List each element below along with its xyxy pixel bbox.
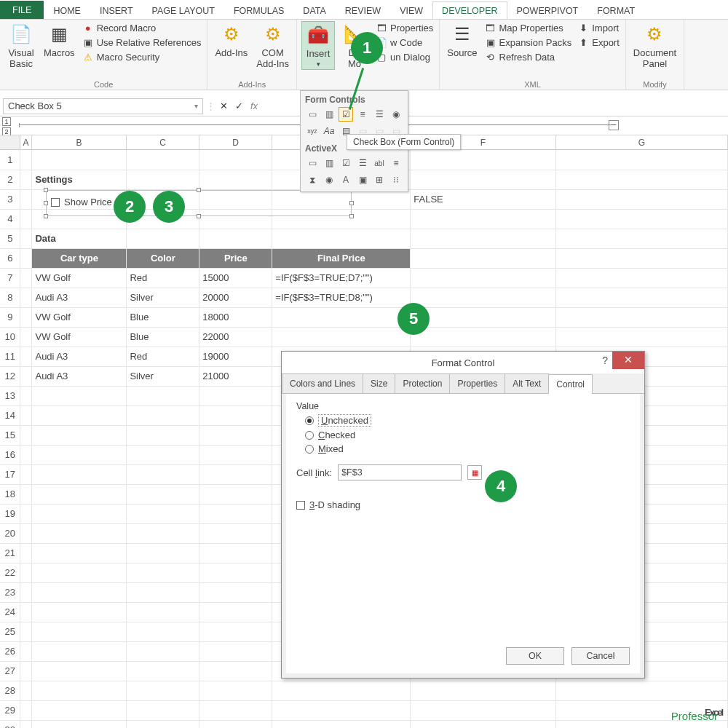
range-picker-icon[interactable]: ▦ <box>467 465 482 480</box>
cell[interactable] <box>556 229 728 248</box>
cell[interactable] <box>20 366 32 386</box>
checkbox-icon[interactable] <box>51 198 60 207</box>
cell[interactable] <box>20 248 32 268</box>
cell[interactable] <box>199 661 272 681</box>
cell[interactable]: Red <box>127 347 199 366</box>
cell[interactable] <box>199 484 272 504</box>
select-all[interactable] <box>0 135 20 150</box>
ax-spin-icon[interactable]: ⧗ <box>305 173 320 187</box>
cell[interactable] <box>127 425 199 445</box>
ax-label-icon[interactable]: A <box>339 173 353 187</box>
combo-control-icon[interactable]: ▥ <box>322 107 336 122</box>
fx-icon[interactable]: fx <box>250 100 258 111</box>
row-header[interactable]: 21 <box>0 543 20 563</box>
outline-collapse[interactable]: − <box>609 120 619 130</box>
tab-formulas[interactable]: FORMULAS <box>224 1 293 19</box>
cell[interactable] <box>556 681 728 700</box>
cell[interactable] <box>127 641 199 661</box>
ax-scroll-icon[interactable]: ≡ <box>389 156 403 170</box>
tab-review[interactable]: REVIEW <box>336 1 390 19</box>
cell[interactable] <box>199 229 272 248</box>
cell[interactable] <box>127 484 199 504</box>
cell[interactable] <box>556 248 728 268</box>
cell[interactable] <box>556 209 728 229</box>
cell[interactable] <box>20 563 32 582</box>
cell[interactable] <box>32 543 127 563</box>
cell[interactable] <box>127 681 199 700</box>
cell[interactable] <box>199 425 272 445</box>
cell[interactable]: Audi A3 <box>32 366 127 386</box>
option-control-icon[interactable]: ◉ <box>389 107 403 122</box>
cell[interactable] <box>20 582 32 602</box>
cell[interactable] <box>127 504 199 523</box>
tab-developer[interactable]: DEVELOPER <box>432 1 507 19</box>
cell[interactable] <box>20 641 32 661</box>
ok-button[interactable]: OK <box>506 647 564 665</box>
cell[interactable] <box>199 150 272 170</box>
cell[interactable] <box>20 504 32 523</box>
cell[interactable] <box>199 543 272 563</box>
cell[interactable]: Settings <box>32 170 127 189</box>
cell[interactable] <box>199 602 272 622</box>
record-macro-button[interactable]: ●Record Macro <box>81 21 203 34</box>
tab-data[interactable]: DATA <box>293 1 335 19</box>
cell[interactable] <box>199 504 272 523</box>
cell[interactable] <box>32 504 127 523</box>
name-box[interactable]: Check Box 5▾ <box>3 98 203 114</box>
cell[interactable] <box>272 307 411 327</box>
tab-size[interactable]: Size <box>363 373 395 393</box>
cell[interactable] <box>20 681 32 700</box>
ax-button-icon[interactable]: ▭ <box>305 156 320 170</box>
radio-checked[interactable]: Checked <box>305 430 630 440</box>
tab-view[interactable]: VIEW <box>390 1 432 19</box>
cell[interactable] <box>32 484 127 504</box>
cell[interactable] <box>411 209 556 229</box>
cell[interactable]: 19000 <box>199 347 272 366</box>
cell[interactable] <box>199 523 272 543</box>
ax-option-icon[interactable]: ◉ <box>322 173 336 187</box>
tab-powerpivot[interactable]: POWERPIVOT <box>507 1 588 19</box>
cell[interactable]: 18000 <box>199 307 272 327</box>
cell[interactable] <box>32 641 127 661</box>
cell[interactable]: Car type <box>32 248 127 268</box>
row-header[interactable]: 7 <box>0 268 20 288</box>
visual-basic-button[interactable]: 📄Visual Basic <box>4 21 38 71</box>
cell[interactable] <box>20 661 32 681</box>
group-control-icon[interactable]: xyz <box>305 124 320 138</box>
cell[interactable] <box>127 602 199 622</box>
cell[interactable] <box>20 523 32 543</box>
cell[interactable] <box>127 229 199 248</box>
row-header[interactable]: 23 <box>0 582 20 602</box>
tab-properties[interactable]: Properties <box>449 373 505 393</box>
label-control-icon[interactable]: Aa <box>322 124 336 138</box>
cell[interactable] <box>32 464 127 484</box>
cell[interactable] <box>411 288 556 307</box>
tab-alt-text[interactable]: Alt Text <box>505 373 549 393</box>
tab-protection[interactable]: Protection <box>395 373 450 393</box>
cell[interactable]: Color <box>127 248 199 268</box>
cell[interactable] <box>32 681 127 700</box>
cell[interactable] <box>199 563 272 582</box>
row-header[interactable]: 25 <box>0 622 20 641</box>
tab-page-layout[interactable]: PAGE LAYOUT <box>143 1 224 19</box>
row-header[interactable]: 13 <box>0 386 20 405</box>
macros-button[interactable]: ▦Macros <box>41 21 78 60</box>
cell[interactable] <box>32 700 127 720</box>
cell[interactable] <box>127 445 199 464</box>
row-header[interactable]: 29 <box>0 700 20 720</box>
cell[interactable]: VW Golf <box>32 268 127 288</box>
cell[interactable]: FALSE <box>411 189 556 209</box>
ax-toggle-icon[interactable]: ⊞ <box>372 173 387 187</box>
cell[interactable] <box>411 170 556 189</box>
cell[interactable] <box>411 720 556 728</box>
cell[interactable] <box>32 720 127 728</box>
row-header[interactable]: 2 <box>0 170 20 189</box>
row-header[interactable]: 17 <box>0 464 20 484</box>
cell[interactable] <box>127 386 199 405</box>
tab-insert[interactable]: INSERT <box>90 1 143 19</box>
cell[interactable] <box>20 386 32 405</box>
row-header[interactable]: 6 <box>0 248 20 268</box>
cell[interactable]: Data <box>32 229 127 248</box>
row-header[interactable]: 3 <box>0 189 20 209</box>
cell[interactable]: Final Price <box>272 248 411 268</box>
